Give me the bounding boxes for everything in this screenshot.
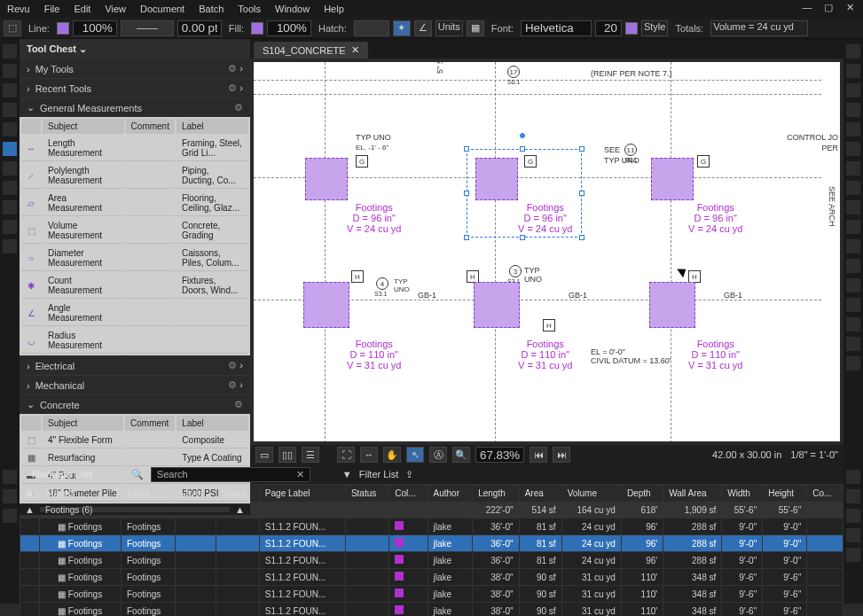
menu-revu[interactable]: Revu [7,4,30,14]
gear-icon[interactable]: ⚙ [234,399,243,410]
menu-edit[interactable]: Edit [74,4,90,14]
markup-row[interactable]: ▦ FootingsFootingsS1.1.2 FOUN...jlake36'… [20,552,843,569]
rtool-count-icon[interactable] [846,298,860,312]
units-dropdown[interactable]: Units [435,20,463,36]
col-header[interactable]: Page Label [259,485,345,503]
rail-toolchest-icon[interactable] [3,142,17,156]
rtool-eraser-icon[interactable] [846,317,860,331]
tool-row[interactable]: ▦ResurfacingType A Coating [21,450,248,466]
section-general-measurements[interactable]: General Measurements [40,103,142,113]
search-input[interactable]: Search✕ [151,467,310,482]
gear-icon[interactable]: ⚙ [228,360,237,370]
rtool-line-icon[interactable] [846,103,860,117]
footing-6[interactable] [649,282,695,328]
markup-row[interactable]: ▦ FootingsFootingsS1.1.2 FOUN...jlake38'… [20,569,843,586]
tool-row[interactable]: ○Diameter MeasurementCaissons, Piles, Co… [21,246,248,271]
tab-close-icon[interactable]: ✕ [351,44,359,56]
menu-tools[interactable]: Tools [238,4,261,14]
rail-studio-icon[interactable] [3,239,17,253]
tool-row[interactable]: ∠Angle Measurement [21,300,248,326]
prev-page-icon[interactable]: ⏮ [530,447,547,463]
rail-search-icon[interactable] [3,103,17,117]
rail-forms-icon[interactable] [3,181,17,195]
view-single-icon[interactable]: ▭ [255,447,273,463]
line-opacity[interactable] [73,20,117,36]
selection-tool-icon[interactable]: ⬚ [4,20,21,36]
markup-row[interactable]: ▦ FootingsFootingsS1.1.2 FOUN...jlake36'… [20,519,843,535]
triangle-right-icon[interactable]: ▲ [235,504,245,515]
section-recent-tools[interactable]: Recent Tools [35,83,91,94]
rail-br-4-icon[interactable] [846,528,860,542]
col-header[interactable]: Wall Area [663,485,722,503]
rail-br-5-icon[interactable] [846,548,860,562]
col-comment[interactable]: Comment [125,416,175,431]
rtool-cloud-icon[interactable] [846,200,860,214]
select-icon[interactable]: ↖ [406,447,424,463]
rail-thumbnails-icon[interactable] [3,44,17,58]
tool-row[interactable]: ◡Radius Measurement [21,328,248,354]
line-width[interactable] [177,20,222,36]
style-dropdown[interactable]: Style [641,20,668,36]
view-split-v-icon[interactable]: ▯▯ [279,447,296,463]
export-icon[interactable]: ⇪ [405,469,413,480]
line-color-swatch[interactable] [57,22,69,35]
totals-value[interactable]: Volume = 24 cu yd [710,20,808,36]
col-label[interactable]: Label [177,416,248,431]
section-electrical[interactable]: Electrical [35,361,75,371]
rail-3d-icon[interactable] [3,489,17,503]
gear-icon[interactable]: ⚙ [228,63,237,74]
rtool-callout-icon[interactable] [846,259,860,273]
rtool-more-icon[interactable] [846,356,860,370]
rail-layers-icon[interactable] [3,161,17,175]
gear-icon[interactable]: ⚙ [228,82,237,93]
filter-icon[interactable]: ▼ [342,469,352,480]
next-page-icon[interactable]: ⏭ [553,447,570,463]
rtool-rect-icon[interactable] [846,142,860,156]
zoom-value[interactable] [475,447,524,463]
markup-row[interactable]: ▦ FootingsFootingsS1.1.2 FOUN...jlake38'… [20,586,843,603]
tool-row[interactable]: ⬚4" Flexible FormComposite [21,433,248,448]
footing-5[interactable] [474,282,520,328]
rtool-stamp-icon[interactable] [846,220,860,234]
rtool-ellipse-icon[interactable] [846,161,860,175]
rtool-polyline-icon[interactable] [846,181,860,195]
section-my-tools[interactable]: My Tools [35,64,74,74]
minimize-button[interactable]: — [801,2,813,13]
rtool-hyperlink-icon[interactable] [846,337,860,351]
col-header[interactable]: Width [722,485,763,503]
footing-4[interactable] [303,282,349,328]
rail-list-icon[interactable] [3,470,17,484]
chevron-down-icon[interactable]: ⌄ [79,43,87,54]
fit-page-icon[interactable]: ⛶ [337,447,355,463]
col-header[interactable]: Col... [389,485,428,503]
maximize-button[interactable]: ▢ [822,2,835,13]
markup-row[interactable]: ▦ FootingsFootingsS1.1.2 FOUN...jlake36'… [20,535,843,552]
rail-sets-icon[interactable] [3,509,17,523]
rtool-text-icon[interactable] [846,44,860,58]
rail-links-icon[interactable] [3,200,17,214]
col-header[interactable]: Depth [621,485,663,503]
rtool-highlight-icon[interactable] [846,83,860,97]
col-header[interactable]: Status [345,485,388,503]
gear-icon[interactable]: ⚙ [228,379,237,390]
section-concrete[interactable]: Concrete [40,400,80,410]
col-header[interactable]: Area [519,485,561,503]
zoom-icon[interactable]: 🔍 [452,447,470,463]
hatch-dropdown[interactable] [354,20,389,36]
col-subject[interactable]: Subject [43,416,123,431]
filter-label[interactable]: Filter List [359,469,399,480]
visibility-icon[interactable]: 👁 [114,469,124,480]
pan-icon[interactable]: ✋ [383,447,401,463]
drawing-canvas[interactable]: (REINF PER NOTE 7.) TYP UNO EL. -1' - 6"… [254,62,840,441]
tool-row[interactable]: ↔Length MeasurementFraming, Steel, Grid … [21,136,248,161]
fill-color-swatch[interactable] [251,22,263,35]
tool-row[interactable]: ⬚Volume MeasurementConcrete, Grading [21,218,248,244]
line-style-dropdown[interactable]: ─── [121,20,174,36]
fit-width-icon[interactable]: ↔ [360,447,378,463]
close-button[interactable]: ✕ [843,2,856,13]
rail-br-3-icon[interactable] [846,509,860,523]
view-split-h-icon[interactable]: ☰ [302,447,319,463]
col-label[interactable]: Label [177,119,248,134]
col-header[interactable]: Volume [561,485,621,503]
col-header[interactable]: Co... [807,485,843,503]
